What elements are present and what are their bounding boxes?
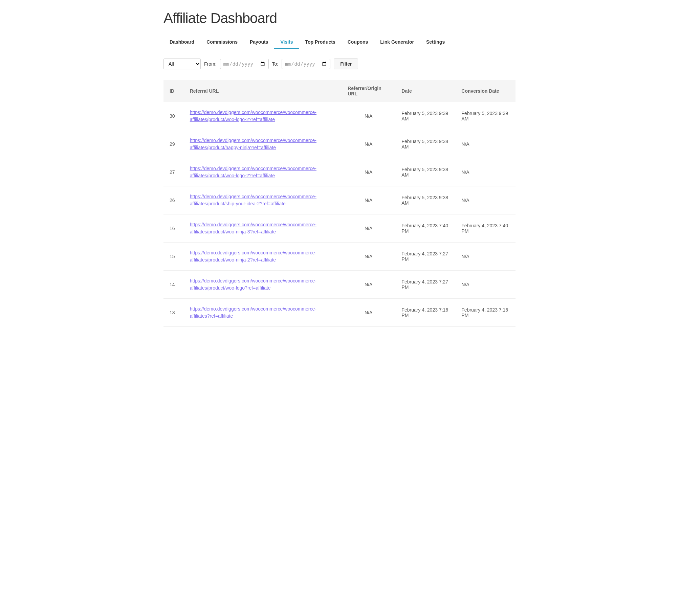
cell-conversion-date: N/A <box>455 130 516 158</box>
cell-referrer: N/A <box>342 158 395 186</box>
table-body: 30 https://demo.devdiggers.com/woocommer… <box>163 102 516 327</box>
cell-url: https://demo.devdiggers.com/woocommerce/… <box>184 130 342 158</box>
filter-bar: All From: To: Filter <box>163 59 516 69</box>
tab-payouts[interactable]: Payouts <box>244 36 274 49</box>
cell-id: 27 <box>163 158 184 186</box>
cell-id: 29 <box>163 130 184 158</box>
col-id: ID <box>163 80 184 102</box>
cell-date: February 5, 2023 9:38 AM <box>395 130 455 158</box>
referral-link[interactable]: https://demo.devdiggers.com/woocommerce/… <box>190 110 316 122</box>
referral-link[interactable]: https://demo.devdiggers.com/woocommerce/… <box>190 138 316 150</box>
table-row: 30 https://demo.devdiggers.com/woocommer… <box>163 102 516 130</box>
col-date: Date <box>395 80 455 102</box>
cell-date: February 5, 2023 9:39 AM <box>395 102 455 130</box>
from-label: From: <box>204 61 217 67</box>
visits-table: ID Referral URL Referrer/Origin URL Date… <box>163 80 516 327</box>
cell-referrer: N/A <box>342 243 395 271</box>
table-row: 14 https://demo.devdiggers.com/woocommer… <box>163 271 516 299</box>
filter-select[interactable]: All <box>163 59 201 69</box>
cell-id: 30 <box>163 102 184 130</box>
col-conversion-date: Conversion Date <box>455 80 516 102</box>
tab-visits[interactable]: Visits <box>274 36 299 49</box>
col-referral-url: Referral URL <box>184 80 342 102</box>
tab-settings[interactable]: Settings <box>420 36 451 49</box>
cell-url: https://demo.devdiggers.com/woocommerce/… <box>184 299 342 327</box>
page-title: Affiliate Dashboard <box>163 10 516 26</box>
table-row: 16 https://demo.devdiggers.com/woocommer… <box>163 214 516 243</box>
cell-url: https://demo.devdiggers.com/woocommerce/… <box>184 102 342 130</box>
cell-referrer: N/A <box>342 186 395 214</box>
tabs-nav: Dashboard Commissions Payouts Visits Top… <box>163 36 516 49</box>
cell-referrer: N/A <box>342 271 395 299</box>
filter-button[interactable]: Filter <box>334 59 358 69</box>
cell-conversion-date: February 5, 2023 9:39 AM <box>455 102 516 130</box>
cell-referrer: N/A <box>342 299 395 327</box>
table-row: 13 https://demo.devdiggers.com/woocommer… <box>163 299 516 327</box>
tab-dashboard[interactable]: Dashboard <box>163 36 200 49</box>
cell-conversion-date: February 4, 2023 7:40 PM <box>455 214 516 243</box>
cell-id: 26 <box>163 186 184 214</box>
date-from-input[interactable] <box>220 59 269 69</box>
cell-date: February 4, 2023 7:27 PM <box>395 271 455 299</box>
cell-date: February 4, 2023 7:40 PM <box>395 214 455 243</box>
table-row: 29 https://demo.devdiggers.com/woocommer… <box>163 130 516 158</box>
referral-link[interactable]: https://demo.devdiggers.com/woocommerce/… <box>190 166 316 178</box>
cell-conversion-date: February 4, 2023 7:16 PM <box>455 299 516 327</box>
page-wrapper: Affiliate Dashboard Dashboard Commission… <box>150 0 529 337</box>
table-row: 15 https://demo.devdiggers.com/woocommer… <box>163 243 516 271</box>
cell-conversion-date: N/A <box>455 158 516 186</box>
referral-link[interactable]: https://demo.devdiggers.com/woocommerce/… <box>190 278 316 291</box>
referral-link[interactable]: https://demo.devdiggers.com/woocommerce/… <box>190 306 316 319</box>
cell-id: 16 <box>163 214 184 243</box>
cell-id: 15 <box>163 243 184 271</box>
cell-conversion-date: N/A <box>455 243 516 271</box>
cell-url: https://demo.devdiggers.com/woocommerce/… <box>184 243 342 271</box>
to-label: To: <box>272 61 279 67</box>
date-to-input[interactable] <box>282 59 330 69</box>
tab-commissions[interactable]: Commissions <box>200 36 244 49</box>
cell-conversion-date: N/A <box>455 186 516 214</box>
referral-link[interactable]: https://demo.devdiggers.com/woocommerce/… <box>190 222 316 234</box>
cell-url: https://demo.devdiggers.com/woocommerce/… <box>184 214 342 243</box>
cell-conversion-date: N/A <box>455 271 516 299</box>
cell-referrer: N/A <box>342 214 395 243</box>
tab-coupons[interactable]: Coupons <box>342 36 374 49</box>
referral-link[interactable]: https://demo.devdiggers.com/woocommerce/… <box>190 194 316 206</box>
tab-link-generator[interactable]: Link Generator <box>374 36 420 49</box>
cell-referrer: N/A <box>342 130 395 158</box>
cell-url: https://demo.devdiggers.com/woocommerce/… <box>184 186 342 214</box>
table-row: 27 https://demo.devdiggers.com/woocommer… <box>163 158 516 186</box>
cell-date: February 4, 2023 7:16 PM <box>395 299 455 327</box>
cell-referrer: N/A <box>342 102 395 130</box>
tab-top-products[interactable]: Top Products <box>299 36 342 49</box>
col-referrer: Referrer/Origin URL <box>342 80 395 102</box>
cell-url: https://demo.devdiggers.com/woocommerce/… <box>184 158 342 186</box>
cell-url: https://demo.devdiggers.com/woocommerce/… <box>184 271 342 299</box>
cell-date: February 4, 2023 7:27 PM <box>395 243 455 271</box>
table-row: 26 https://demo.devdiggers.com/woocommer… <box>163 186 516 214</box>
referral-link[interactable]: https://demo.devdiggers.com/woocommerce/… <box>190 250 316 263</box>
table-header: ID Referral URL Referrer/Origin URL Date… <box>163 80 516 102</box>
cell-date: February 5, 2023 9:38 AM <box>395 158 455 186</box>
cell-id: 14 <box>163 271 184 299</box>
cell-id: 13 <box>163 299 184 327</box>
cell-date: February 5, 2023 9:38 AM <box>395 186 455 214</box>
